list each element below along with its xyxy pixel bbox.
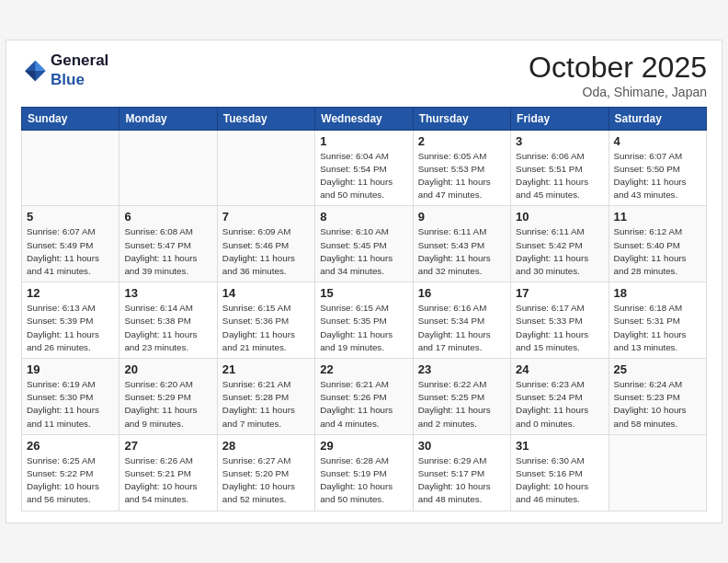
day-info: Sunrise: 6:09 AM Sunset: 5:46 PM Dayligh… bbox=[222, 225, 310, 278]
day-info: Sunrise: 6:16 AM Sunset: 5:34 PM Dayligh… bbox=[418, 302, 506, 354]
day-cell: 10Sunrise: 6:11 AM Sunset: 5:42 PM Dayli… bbox=[511, 206, 609, 282]
day-info: Sunrise: 6:26 AM Sunset: 5:21 PM Dayligh… bbox=[124, 454, 211, 507]
day-info: Sunrise: 6:17 AM Sunset: 5:33 PM Dayligh… bbox=[516, 302, 603, 354]
week-row-1: 5Sunrise: 6:07 AM Sunset: 5:49 PM Daylig… bbox=[22, 206, 707, 282]
day-cell: 2Sunrise: 6:05 AM Sunset: 5:53 PM Daylig… bbox=[413, 130, 510, 206]
day-info: Sunrise: 6:15 AM Sunset: 5:35 PM Dayligh… bbox=[320, 302, 407, 354]
day-cell: 6Sunrise: 6:08 AM Sunset: 5:47 PM Daylig… bbox=[119, 206, 217, 282]
day-info: Sunrise: 6:04 AM Sunset: 5:54 PM Dayligh… bbox=[320, 150, 407, 202]
month-title: October 2025 bbox=[529, 52, 707, 84]
header: General Blue October 2025 Oda, Shimane, … bbox=[21, 52, 707, 98]
day-info: Sunrise: 6:08 AM Sunset: 5:47 PM Dayligh… bbox=[124, 225, 211, 278]
day-info: Sunrise: 6:11 AM Sunset: 5:43 PM Dayligh… bbox=[418, 225, 506, 278]
weekday-header-friday: Friday bbox=[511, 107, 609, 130]
day-info: Sunrise: 6:24 AM Sunset: 5:23 PM Dayligh… bbox=[614, 378, 701, 431]
day-cell: 24Sunrise: 6:23 AM Sunset: 5:24 PM Dayli… bbox=[511, 359, 609, 435]
logo-icon bbox=[21, 58, 47, 84]
day-info: Sunrise: 6:12 AM Sunset: 5:40 PM Dayligh… bbox=[614, 225, 701, 278]
day-number: 29 bbox=[320, 439, 407, 453]
day-info: Sunrise: 6:15 AM Sunset: 5:36 PM Dayligh… bbox=[222, 302, 310, 354]
day-number: 21 bbox=[222, 362, 310, 376]
day-cell: 3Sunrise: 6:06 AM Sunset: 5:51 PM Daylig… bbox=[511, 130, 609, 206]
weekday-header-monday: Monday bbox=[119, 107, 217, 130]
day-number: 4 bbox=[614, 134, 701, 148]
week-row-4: 26Sunrise: 6:25 AM Sunset: 5:22 PM Dayli… bbox=[22, 434, 707, 511]
day-number: 14 bbox=[222, 286, 310, 300]
day-cell: 17Sunrise: 6:17 AM Sunset: 5:33 PM Dayli… bbox=[511, 282, 609, 359]
day-info: Sunrise: 6:10 AM Sunset: 5:45 PM Dayligh… bbox=[320, 225, 407, 278]
day-info: Sunrise: 6:19 AM Sunset: 5:30 PM Dayligh… bbox=[27, 378, 114, 431]
day-cell bbox=[609, 434, 706, 511]
day-info: Sunrise: 6:21 AM Sunset: 5:28 PM Dayligh… bbox=[222, 378, 310, 431]
day-cell: 11Sunrise: 6:12 AM Sunset: 5:40 PM Dayli… bbox=[609, 206, 706, 282]
day-number: 30 bbox=[418, 439, 506, 453]
day-info: Sunrise: 6:05 AM Sunset: 5:53 PM Dayligh… bbox=[418, 150, 506, 202]
day-info: Sunrise: 6:07 AM Sunset: 5:49 PM Dayligh… bbox=[27, 225, 114, 278]
day-cell: 4Sunrise: 6:07 AM Sunset: 5:50 PM Daylig… bbox=[609, 130, 706, 206]
day-info: Sunrise: 6:18 AM Sunset: 5:31 PM Dayligh… bbox=[614, 302, 701, 354]
day-info: Sunrise: 6:14 AM Sunset: 5:38 PM Dayligh… bbox=[124, 302, 211, 354]
week-row-3: 19Sunrise: 6:19 AM Sunset: 5:30 PM Dayli… bbox=[22, 359, 707, 435]
day-info: Sunrise: 6:28 AM Sunset: 5:19 PM Dayligh… bbox=[320, 454, 407, 507]
day-number: 11 bbox=[614, 210, 701, 224]
day-cell bbox=[119, 130, 217, 206]
day-number: 18 bbox=[614, 286, 701, 300]
day-number: 31 bbox=[516, 439, 603, 453]
day-number: 2 bbox=[418, 134, 506, 148]
calendar-grid: SundayMondayTuesdayWednesdayThursdayFrid… bbox=[21, 107, 707, 511]
day-cell: 27Sunrise: 6:26 AM Sunset: 5:21 PM Dayli… bbox=[119, 434, 217, 511]
day-number: 27 bbox=[124, 439, 211, 453]
day-number: 8 bbox=[320, 210, 407, 224]
day-info: Sunrise: 6:13 AM Sunset: 5:39 PM Dayligh… bbox=[27, 302, 114, 354]
day-number: 1 bbox=[320, 134, 407, 148]
day-cell: 8Sunrise: 6:10 AM Sunset: 5:45 PM Daylig… bbox=[315, 206, 413, 282]
svg-marker-1 bbox=[35, 61, 45, 71]
location: Oda, Shimane, Japan bbox=[529, 85, 707, 99]
day-number: 26 bbox=[27, 439, 114, 453]
day-cell bbox=[217, 130, 314, 206]
day-info: Sunrise: 6:07 AM Sunset: 5:50 PM Dayligh… bbox=[614, 150, 701, 202]
day-cell: 21Sunrise: 6:21 AM Sunset: 5:28 PM Dayli… bbox=[217, 359, 314, 435]
day-cell: 5Sunrise: 6:07 AM Sunset: 5:49 PM Daylig… bbox=[22, 206, 119, 282]
day-info: Sunrise: 6:29 AM Sunset: 5:17 PM Dayligh… bbox=[418, 454, 506, 507]
weekday-header-sunday: Sunday bbox=[22, 107, 119, 130]
day-cell: 7Sunrise: 6:09 AM Sunset: 5:46 PM Daylig… bbox=[217, 206, 314, 282]
calendar-container: General Blue October 2025 Oda, Shimane, … bbox=[6, 40, 722, 523]
day-number: 9 bbox=[418, 210, 506, 224]
day-cell: 12Sunrise: 6:13 AM Sunset: 5:39 PM Dayli… bbox=[22, 282, 119, 359]
day-cell: 30Sunrise: 6:29 AM Sunset: 5:17 PM Dayli… bbox=[413, 434, 510, 511]
day-number: 12 bbox=[27, 286, 114, 300]
day-cell: 14Sunrise: 6:15 AM Sunset: 5:36 PM Dayli… bbox=[217, 282, 314, 359]
day-cell: 1Sunrise: 6:04 AM Sunset: 5:54 PM Daylig… bbox=[315, 130, 413, 206]
day-number: 23 bbox=[418, 362, 506, 376]
day-number: 13 bbox=[124, 286, 211, 300]
week-row-0: 1Sunrise: 6:04 AM Sunset: 5:54 PM Daylig… bbox=[22, 130, 707, 206]
day-number: 3 bbox=[516, 134, 603, 148]
day-info: Sunrise: 6:11 AM Sunset: 5:42 PM Dayligh… bbox=[516, 225, 603, 278]
weekday-header-thursday: Thursday bbox=[413, 107, 510, 130]
day-cell: 20Sunrise: 6:20 AM Sunset: 5:29 PM Dayli… bbox=[119, 359, 217, 435]
svg-marker-2 bbox=[25, 71, 35, 81]
day-cell: 26Sunrise: 6:25 AM Sunset: 5:22 PM Dayli… bbox=[22, 434, 119, 511]
day-cell: 19Sunrise: 6:19 AM Sunset: 5:30 PM Dayli… bbox=[22, 359, 119, 435]
day-info: Sunrise: 6:20 AM Sunset: 5:29 PM Dayligh… bbox=[124, 378, 211, 431]
day-number: 28 bbox=[222, 439, 310, 453]
day-number: 5 bbox=[27, 210, 114, 224]
day-number: 15 bbox=[320, 286, 407, 300]
day-cell: 29Sunrise: 6:28 AM Sunset: 5:19 PM Dayli… bbox=[315, 434, 413, 511]
day-info: Sunrise: 6:23 AM Sunset: 5:24 PM Dayligh… bbox=[516, 378, 603, 431]
day-info: Sunrise: 6:25 AM Sunset: 5:22 PM Dayligh… bbox=[27, 454, 114, 507]
title-block: October 2025 Oda, Shimane, Japan bbox=[529, 52, 707, 98]
day-cell: 28Sunrise: 6:27 AM Sunset: 5:20 PM Dayli… bbox=[217, 434, 314, 511]
day-info: Sunrise: 6:30 AM Sunset: 5:16 PM Dayligh… bbox=[516, 454, 603, 507]
day-cell: 9Sunrise: 6:11 AM Sunset: 5:43 PM Daylig… bbox=[413, 206, 510, 282]
day-cell: 15Sunrise: 6:15 AM Sunset: 5:35 PM Dayli… bbox=[315, 282, 413, 359]
day-cell: 31Sunrise: 6:30 AM Sunset: 5:16 PM Dayli… bbox=[511, 434, 609, 511]
day-cell: 16Sunrise: 6:16 AM Sunset: 5:34 PM Dayli… bbox=[413, 282, 510, 359]
day-number: 10 bbox=[516, 210, 603, 224]
week-row-2: 12Sunrise: 6:13 AM Sunset: 5:39 PM Dayli… bbox=[22, 282, 707, 359]
weekday-header-row: SundayMondayTuesdayWednesdayThursdayFrid… bbox=[22, 107, 707, 130]
day-number: 17 bbox=[516, 286, 603, 300]
day-number: 24 bbox=[516, 362, 603, 376]
day-number: 25 bbox=[614, 362, 701, 376]
